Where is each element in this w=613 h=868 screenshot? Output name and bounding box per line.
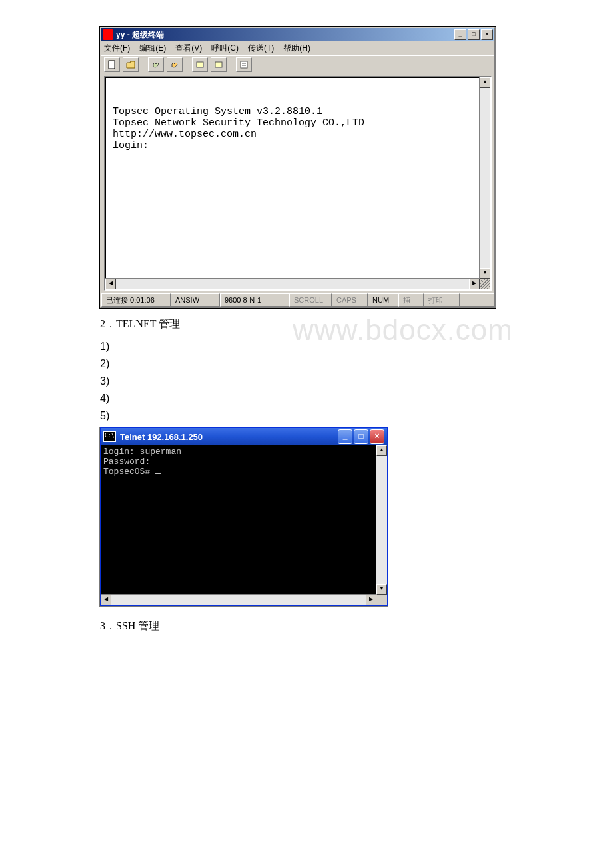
horizontal-scrollbar[interactable]: ◀ ▶ <box>105 278 480 289</box>
maximize-button[interactable]: □ <box>354 429 368 444</box>
call-icon[interactable] <box>148 57 164 72</box>
scroll-up-icon[interactable]: ▲ <box>480 77 490 88</box>
menu-edit[interactable]: 编辑(E) <box>139 43 166 54</box>
list-item: 1) <box>100 341 513 353</box>
section2-heading: 2．TELNET 管理 <box>100 317 513 331</box>
status-scroll: SCROLL <box>289 293 332 307</box>
terminal-line: TopsecOS# <box>103 467 155 477</box>
terminal-line: http://www.topsec.com.cn <box>113 129 257 140</box>
window-title: Telnet 192.168.1.250 <box>120 432 336 442</box>
status-params: 9600 8-N-1 <box>220 293 289 307</box>
status-capture: 捕 <box>398 293 424 307</box>
telnet-window: C:\ Telnet 192.168.1.250 _ □ × login: su… <box>100 427 388 606</box>
statusbar: 已连接 0:01:06 ANSIW 9600 8-N-1 SCROLL CAPS… <box>101 293 494 307</box>
scroll-track[interactable] <box>116 279 469 289</box>
terminal-line: Topsec Network Security Technology CO.,L… <box>113 117 364 129</box>
list-item: 2) <box>100 358 513 370</box>
scroll-left-icon[interactable]: ◀ <box>101 595 111 605</box>
terminal-frame: login: superman Password: TopsecOS# ▲ ▼ … <box>101 445 387 605</box>
scroll-right-icon[interactable]: ▶ <box>469 279 480 289</box>
horizontal-scrollbar[interactable]: ◀ ▶ <box>101 594 376 605</box>
terminal-area[interactable]: login: superman Password: TopsecOS# <box>101 445 387 478</box>
menu-call[interactable]: 呼叫(C) <box>211 43 239 54</box>
status-blank <box>460 293 494 307</box>
toolbar-separator <box>185 57 189 72</box>
status-emulation: ANSIW <box>171 293 220 307</box>
resize-grip-icon[interactable] <box>376 595 387 605</box>
resize-grip-icon[interactable] <box>480 279 490 289</box>
menu-file[interactable]: 文件(F) <box>104 43 130 54</box>
menu-transfer[interactable]: 传送(T) <box>248 43 274 54</box>
terminal-line: Topsec Operating System v3.2.8810.1 <box>113 106 322 117</box>
list-item: 3) <box>100 375 513 387</box>
list-item: 5) <box>100 410 513 422</box>
maximize-button[interactable]: □ <box>468 29 480 40</box>
menubar: 文件(F) 编辑(E) 查看(V) 呼叫(C) 传送(T) 帮助(H) <box>101 41 494 55</box>
titlebar: yy - 超级终端 _ □ × <box>101 28 494 41</box>
close-button[interactable]: × <box>481 29 493 40</box>
open-icon[interactable] <box>123 57 139 72</box>
svg-rect-2 <box>215 62 222 67</box>
terminal-frame: Topsec Operating System v3.2.8810.1 Tops… <box>104 76 492 291</box>
svg-rect-1 <box>197 62 203 67</box>
vertical-scrollbar[interactable]: ▲ ▼ <box>376 445 387 595</box>
cursor-icon <box>155 473 161 474</box>
new-icon[interactable] <box>104 57 120 72</box>
terminal-area[interactable]: Topsec Operating System v3.2.8810.1 Tops… <box>105 77 490 289</box>
menu-view[interactable]: 查看(V) <box>175 43 202 54</box>
properties-icon[interactable] <box>236 57 252 72</box>
scroll-track[interactable] <box>111 595 366 605</box>
toolbar-separator <box>229 57 233 72</box>
toolbar <box>101 55 494 73</box>
scroll-left-icon[interactable]: ◀ <box>105 279 116 289</box>
status-print: 打印 <box>424 293 460 307</box>
app-icon <box>103 29 113 40</box>
status-caps: CAPS <box>332 293 368 307</box>
list-item: 4) <box>100 393 513 405</box>
send-icon[interactable] <box>192 57 208 72</box>
status-num: NUM <box>368 293 398 307</box>
scroll-track[interactable] <box>480 88 490 268</box>
cmd-icon: C:\ <box>103 431 116 442</box>
terminal-line: login: superman <box>103 447 181 457</box>
hyperterminal-window: yy - 超级终端 _ □ × 文件(F) 编辑(E) 查看(V) 呼叫(C) … <box>100 27 496 308</box>
status-connected: 已连接 0:01:06 <box>101 293 171 307</box>
close-button[interactable]: × <box>370 429 384 444</box>
menu-help[interactable]: 帮助(H) <box>283 43 310 54</box>
scroll-up-icon[interactable]: ▲ <box>376 445 387 456</box>
receive-icon[interactable] <box>211 57 227 72</box>
scroll-track[interactable] <box>376 456 387 584</box>
toolbar-separator <box>141 57 145 72</box>
minimize-button[interactable]: _ <box>338 429 352 444</box>
svg-rect-3 <box>241 61 247 68</box>
disconnect-icon[interactable] <box>167 57 183 72</box>
scroll-down-icon[interactable]: ▼ <box>376 584 387 595</box>
svg-rect-0 <box>109 61 115 69</box>
scroll-down-icon[interactable]: ▼ <box>480 268 490 279</box>
section3-heading: 3．SSH 管理 <box>100 619 513 633</box>
terminal-line: Password: <box>103 457 150 467</box>
terminal-line: login: <box>113 140 149 151</box>
window-title: yy - 超级终端 <box>116 29 453 41</box>
titlebar: C:\ Telnet 192.168.1.250 _ □ × <box>101 428 387 445</box>
minimize-button[interactable]: _ <box>454 29 466 40</box>
vertical-scrollbar[interactable]: ▲ ▼ <box>479 77 490 279</box>
scroll-right-icon[interactable]: ▶ <box>366 595 376 605</box>
